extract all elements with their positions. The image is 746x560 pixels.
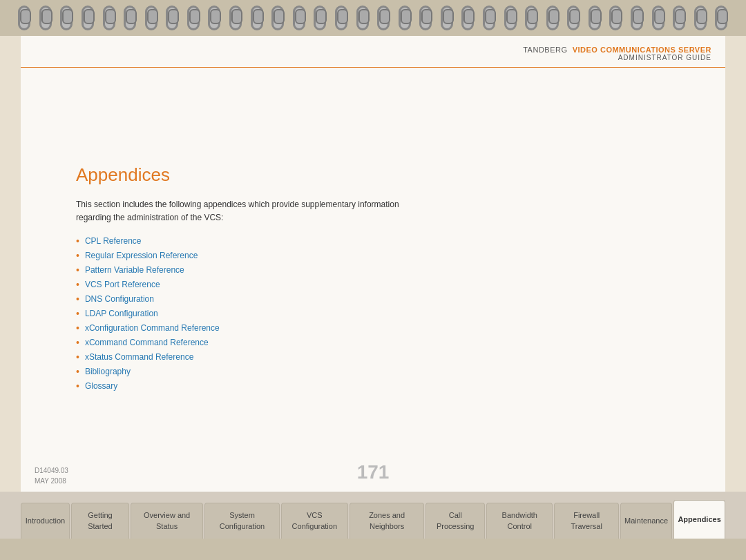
- spiral-loop: [694, 6, 707, 30]
- list-item: •DNS Configuration: [76, 293, 684, 305]
- spiral-loop: [293, 6, 305, 30]
- spiral-loop: [271, 6, 284, 30]
- spiral-loop: [631, 6, 643, 30]
- tab-appendices[interactable]: Appendices: [673, 500, 725, 539]
- list-item: •Bibliography: [76, 366, 684, 377]
- bullet-icon: •: [76, 279, 79, 290]
- brand-prefix: TANDBERG: [523, 46, 567, 54]
- spiral-loop: [335, 6, 347, 30]
- spiral-loop: [208, 6, 220, 30]
- appendix-link[interactable]: Bibliography: [85, 367, 131, 376]
- appendix-link[interactable]: VCS Port Reference: [85, 280, 160, 289]
- spiral-loop: [609, 6, 622, 30]
- appendix-link[interactable]: Regular Expression Reference: [85, 251, 198, 260]
- doc-date: MAY 2008: [35, 476, 68, 486]
- spiral-loop: [567, 6, 580, 30]
- list-item: •xConfiguration Command Reference: [76, 322, 684, 334]
- tab-call-processing[interactable]: Call Processing: [425, 503, 485, 539]
- tab-overview-status[interactable]: Overview and Status: [131, 503, 203, 539]
- bottom-strip: [0, 539, 746, 560]
- bullet-icon: •: [76, 264, 79, 276]
- appendix-link[interactable]: xConfiguration Command Reference: [85, 323, 220, 333]
- spiral-binding: [0, 0, 746, 36]
- list-item: •Pattern Variable Reference: [76, 264, 684, 276]
- bullet-icon: •: [76, 250, 79, 261]
- list-item: •Regular Expression Reference: [76, 250, 684, 261]
- spiral-loop: [82, 6, 94, 30]
- tab-zones-neighbors[interactable]: Zones and Neighbors: [350, 503, 424, 539]
- spiral-loop: [441, 6, 453, 30]
- tab-introduction[interactable]: Introduction: [21, 503, 70, 539]
- bullet-icon: •: [76, 337, 79, 348]
- spiral-loop: [483, 6, 495, 30]
- section-title: Appendices: [76, 164, 684, 186]
- bullet-icon: •: [76, 322, 79, 334]
- spiral-loop: [504, 6, 517, 30]
- spiral-loop: [251, 6, 263, 30]
- tab-system-config[interactable]: System Configuration: [204, 503, 279, 539]
- spiral-loop: [461, 6, 474, 30]
- section-intro: This section includes the following appe…: [76, 198, 408, 224]
- page-content: TANDBERG VIDEO COMMUNICATIONS SERVER ADM…: [21, 36, 725, 492]
- tab-firewall-traversal[interactable]: Firewall Traversal: [554, 503, 618, 539]
- appendices-list: •CPL Reference•Regular Expression Refere…: [76, 235, 684, 392]
- bullet-icon: •: [76, 293, 79, 305]
- list-item: •xCommand Command Reference: [76, 337, 684, 348]
- spiral-loop: [39, 6, 52, 30]
- spiral-loop: [229, 6, 242, 30]
- appendix-link[interactable]: xStatus Command Reference: [85, 352, 193, 362]
- spiral-loop: [419, 6, 432, 30]
- page-footer: D14049.03 MAY 2008 171: [35, 465, 711, 486]
- bullet-icon: •: [76, 235, 79, 247]
- brand-line: TANDBERG VIDEO COMMUNICATIONS SERVER: [35, 46, 711, 54]
- appendix-link[interactable]: Pattern Variable Reference: [85, 265, 184, 275]
- appendix-link[interactable]: xCommand Command Reference: [85, 338, 209, 347]
- appendix-link[interactable]: CPL Reference: [85, 236, 142, 246]
- bullet-icon: •: [76, 366, 79, 377]
- tab-getting-started[interactable]: Getting Started: [71, 503, 129, 539]
- spiral-loop: [187, 6, 200, 30]
- tab-vcs-config[interactable]: VCS Configuration: [281, 503, 348, 539]
- appendix-link[interactable]: Glossary: [85, 381, 117, 391]
- appendix-link[interactable]: LDAP Configuration: [85, 309, 158, 318]
- list-item: •CPL Reference: [76, 235, 684, 247]
- list-item: •xStatus Command Reference: [76, 351, 684, 363]
- tab-bandwidth-control[interactable]: Bandwidth Control: [486, 503, 553, 539]
- spiral-loop: [124, 6, 136, 30]
- list-item: •VCS Port Reference: [76, 279, 684, 290]
- doc-info: D14049.03 MAY 2008: [35, 465, 68, 486]
- spiral-loop: [166, 6, 178, 30]
- spiral-loop: [145, 6, 157, 30]
- bullet-icon: •: [76, 308, 79, 319]
- spiral-loop: [546, 6, 559, 30]
- spiral-loop: [18, 6, 30, 30]
- main-content: Appendices This section includes the fol…: [21, 151, 725, 409]
- spiral-loop: [399, 6, 411, 30]
- spiral-loop: [589, 6, 601, 30]
- brand-name: VIDEO COMMUNICATIONS SERVER: [573, 46, 711, 54]
- doc-id: D14049.03: [35, 465, 68, 476]
- bullet-icon: •: [76, 351, 79, 363]
- spiral-loop: [377, 6, 390, 30]
- bullet-icon: •: [76, 380, 79, 392]
- spiral-loop: [60, 6, 73, 30]
- header-subtitle: ADMINISTRATOR GUIDE: [35, 54, 711, 61]
- list-item: •Glossary: [76, 380, 684, 392]
- spiral-loop: [525, 6, 537, 30]
- spiral-loop: [673, 6, 685, 30]
- spiral-loop: [103, 6, 115, 30]
- spiral-loop: [715, 6, 727, 30]
- spiral-loop: [356, 6, 369, 30]
- page-number: 171: [357, 461, 390, 483]
- navigation-tabs: IntroductionGetting StartedOverview and …: [0, 492, 746, 539]
- page-header: TANDBERG VIDEO COMMUNICATIONS SERVER ADM…: [21, 36, 725, 68]
- spiral-loop: [652, 6, 664, 30]
- list-item: •LDAP Configuration: [76, 308, 684, 319]
- tab-maintenance[interactable]: Maintenance: [620, 503, 672, 539]
- appendix-link[interactable]: DNS Configuration: [85, 294, 154, 304]
- spiral-loop: [314, 6, 326, 30]
